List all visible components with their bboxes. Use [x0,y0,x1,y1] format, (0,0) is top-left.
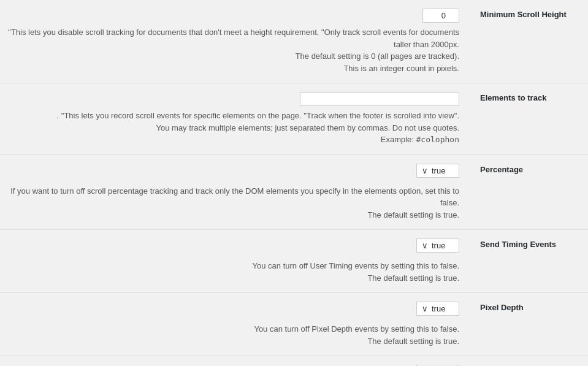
percentage-input-group: ∨ true [0,164,459,181]
elements-to-track-desc-line1: . "This lets you record scroll events fo… [57,111,459,120]
row-send-timing-events: ∨ true You can turn off User Timing even… [0,230,588,293]
percentage-dropdown-arrow: ∨ [422,166,428,175]
send-timing-events-dropdown[interactable]: ∨ true [416,238,459,253]
send-timing-events-desc-line1: You can turn off User Timing events by s… [253,261,459,270]
elements-to-track-example: #colophon [416,135,459,144]
percentage-desc: If you want to turn off scroll percentag… [0,185,459,221]
minimum-scroll-height-desc: "This lets you disable scroll tracking f… [0,26,459,74]
elements-to-track-input-group [0,92,459,106]
elements-to-track-left: . "This lets you record scroll events fo… [0,92,472,146]
pixel-depth-desc: You can turn off Pixel Depth events by s… [0,323,459,347]
send-timing-events-desc: You can turn off User Timing events by s… [0,260,459,284]
row-percentage: ∨ true If you want to turn off scroll pe… [0,155,588,231]
send-timing-events-label: Send Timing Events [472,238,588,249]
pixel-depth-dropdown[interactable]: ∨ true [416,302,459,316]
elements-to-track-input[interactable] [300,92,459,106]
elements-to-track-desc-line2: You may track multiple elements; just se… [156,123,459,132]
elements-to-track-desc: . "This lets you record scroll events fo… [0,110,459,146]
pixel-depth-desc-line2: The default setting is true. [367,337,459,346]
settings-page: "This lets you disable scroll tracking f… [0,0,588,366]
percentage-desc-line2: The default setting is true. [367,210,459,219]
minimum-scroll-height-desc-line2: The default setting is 0 (all pages are … [296,51,459,61]
percentage-label: Percentage [472,164,588,174]
minimum-scroll-height-desc-line3: This is an integer count in pixels. [343,64,459,73]
minimum-scroll-height-desc-line1: "This lets you disable scroll tracking f… [8,28,459,49]
percentage-desc-line1: If you want to turn off scroll percentag… [10,186,459,208]
pixel-depth-input-group: ∨ true [0,302,459,319]
minimum-scroll-height-input[interactable] [422,9,459,23]
send-timing-events-desc-line2: The default setting is true. [367,273,459,283]
percentage-dropdown-value: true [432,166,445,175]
row-non-interaction: ∨ true action=true, which means that scr… [0,356,588,366]
minimum-scroll-height-left: "This lets you disable scroll tracking f… [0,9,472,74]
minimum-scroll-height-label: Minimum Scroll Height [472,9,588,19]
row-elements-to-track: . "This lets you record scroll events fo… [0,83,588,155]
row-minimum-scroll-height: "This lets you disable scroll tracking f… [0,0,588,83]
send-timing-events-dropdown-value: true [432,241,445,250]
row-pixel-depth: ∨ true You can turn off Pixel Depth even… [0,293,588,356]
pixel-depth-dropdown-value: true [432,304,445,313]
elements-to-track-label: Elements to track [472,92,588,102]
pixel-depth-left: ∨ true You can turn off Pixel Depth even… [0,302,472,347]
pixel-depth-label: Pixel Depth [472,302,588,312]
pixel-depth-desc-line1: You can turn off Pixel Depth events by s… [254,324,459,334]
percentage-dropdown[interactable]: ∨ true [416,164,459,178]
percentage-left: ∨ true If you want to turn off scroll pe… [0,164,472,221]
send-timing-events-dropdown-arrow: ∨ [422,241,428,250]
send-timing-events-input-group: ∨ true [0,238,459,256]
elements-to-track-desc-line3: Example: #colophon [381,135,459,144]
minimum-scroll-height-input-group [0,9,459,23]
pixel-depth-dropdown-arrow: ∨ [422,304,428,313]
send-timing-events-left: ∨ true You can turn off User Timing even… [0,238,472,284]
